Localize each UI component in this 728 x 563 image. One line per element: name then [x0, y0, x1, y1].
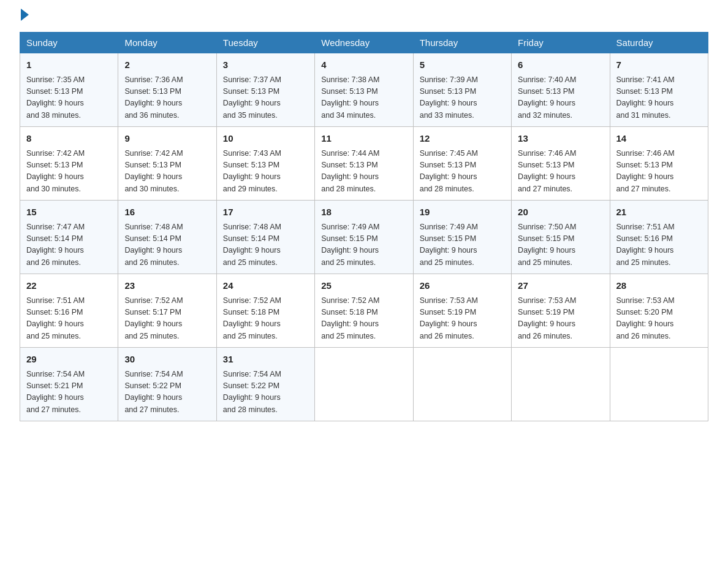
day-number: 31 — [223, 353, 308, 367]
day-number: 13 — [518, 132, 603, 146]
day-number: 24 — [223, 279, 308, 293]
col-header-wednesday: Wednesday — [315, 33, 413, 53]
col-header-monday: Monday — [118, 33, 216, 53]
col-header-friday: Friday — [512, 33, 610, 53]
day-cell: 21Sunrise: 7:51 AMSunset: 5:16 PMDayligh… — [610, 201, 708, 274]
day-cell: 31Sunrise: 7:54 AMSunset: 5:22 PMDayligh… — [216, 348, 314, 421]
day-cell: 13Sunrise: 7:46 AMSunset: 5:13 PMDayligh… — [512, 127, 610, 201]
day-number: 19 — [420, 205, 505, 220]
day-cell: 24Sunrise: 7:52 AMSunset: 5:18 PMDayligh… — [216, 274, 314, 348]
day-info: Sunrise: 7:36 AMSunset: 5:13 PMDaylight:… — [124, 74, 210, 122]
day-info: Sunrise: 7:50 AMSunset: 5:15 PMDaylight:… — [518, 221, 603, 269]
day-cell: 30Sunrise: 7:54 AMSunset: 5:22 PMDayligh… — [118, 348, 216, 421]
day-cell — [610, 348, 708, 421]
day-number: 6 — [518, 58, 603, 72]
day-info: Sunrise: 7:54 AMSunset: 5:22 PMDaylight:… — [124, 369, 210, 416]
day-number: 27 — [518, 279, 603, 293]
day-cell: 1Sunrise: 7:35 AMSunset: 5:13 PMDaylight… — [20, 53, 118, 127]
day-info: Sunrise: 7:44 AMSunset: 5:13 PMDaylight:… — [321, 148, 406, 196]
col-header-sunday: Sunday — [20, 33, 118, 53]
day-number: 21 — [616, 205, 702, 220]
day-number: 11 — [321, 132, 406, 146]
day-info: Sunrise: 7:53 AMSunset: 5:19 PMDaylight:… — [420, 295, 505, 343]
day-info: Sunrise: 7:35 AMSunset: 5:13 PMDaylight:… — [26, 74, 112, 122]
day-cell: 8Sunrise: 7:42 AMSunset: 5:13 PMDaylight… — [20, 127, 118, 201]
calendar-table: SundayMondayTuesdayWednesdayThursdayFrid… — [20, 32, 708, 421]
day-cell: 29Sunrise: 7:54 AMSunset: 5:21 PMDayligh… — [20, 348, 118, 421]
day-cell: 2Sunrise: 7:36 AMSunset: 5:13 PMDaylight… — [118, 53, 216, 127]
day-number: 2 — [124, 58, 210, 72]
day-info: Sunrise: 7:40 AMSunset: 5:13 PMDaylight:… — [518, 74, 603, 122]
day-number: 14 — [616, 132, 702, 146]
day-number: 5 — [420, 58, 505, 72]
day-info: Sunrise: 7:54 AMSunset: 5:21 PMDaylight:… — [26, 369, 112, 416]
day-number: 28 — [616, 279, 702, 293]
day-info: Sunrise: 7:48 AMSunset: 5:14 PMDaylight:… — [223, 221, 308, 269]
day-cell: 11Sunrise: 7:44 AMSunset: 5:13 PMDayligh… — [315, 127, 413, 201]
day-number: 7 — [616, 58, 702, 72]
day-info: Sunrise: 7:42 AMSunset: 5:13 PMDaylight:… — [124, 148, 210, 196]
day-info: Sunrise: 7:46 AMSunset: 5:13 PMDaylight:… — [616, 148, 702, 196]
day-cell: 22Sunrise: 7:51 AMSunset: 5:16 PMDayligh… — [20, 274, 118, 348]
day-number: 12 — [420, 132, 505, 146]
day-cell: 25Sunrise: 7:52 AMSunset: 5:18 PMDayligh… — [315, 274, 413, 348]
col-header-saturday: Saturday — [610, 33, 708, 53]
day-cell — [315, 348, 413, 421]
day-cell: 9Sunrise: 7:42 AMSunset: 5:13 PMDaylight… — [118, 127, 216, 201]
day-cell — [512, 348, 610, 421]
day-cell: 18Sunrise: 7:49 AMSunset: 5:15 PMDayligh… — [315, 201, 413, 274]
day-info: Sunrise: 7:41 AMSunset: 5:13 PMDaylight:… — [616, 74, 702, 122]
day-info: Sunrise: 7:38 AMSunset: 5:13 PMDaylight:… — [321, 74, 406, 122]
day-number: 15 — [26, 205, 112, 220]
day-info: Sunrise: 7:48 AMSunset: 5:14 PMDaylight:… — [124, 221, 210, 269]
header — [20, 15, 708, 21]
week-row-5: 29Sunrise: 7:54 AMSunset: 5:21 PMDayligh… — [20, 348, 708, 421]
logo-line1 — [20, 15, 29, 21]
day-info: Sunrise: 7:51 AMSunset: 5:16 PMDaylight:… — [616, 221, 702, 269]
day-cell: 4Sunrise: 7:38 AMSunset: 5:13 PMDaylight… — [315, 53, 413, 127]
day-info: Sunrise: 7:52 AMSunset: 5:18 PMDaylight:… — [321, 295, 406, 343]
day-info: Sunrise: 7:45 AMSunset: 5:13 PMDaylight:… — [420, 148, 505, 196]
day-info: Sunrise: 7:49 AMSunset: 5:15 PMDaylight:… — [321, 221, 406, 269]
day-info: Sunrise: 7:54 AMSunset: 5:22 PMDaylight:… — [223, 369, 308, 416]
day-info: Sunrise: 7:53 AMSunset: 5:20 PMDaylight:… — [616, 295, 702, 343]
week-row-4: 22Sunrise: 7:51 AMSunset: 5:16 PMDayligh… — [20, 274, 708, 348]
day-cell: 15Sunrise: 7:47 AMSunset: 5:14 PMDayligh… — [20, 201, 118, 274]
day-cell: 7Sunrise: 7:41 AMSunset: 5:13 PMDaylight… — [610, 53, 708, 127]
day-cell: 19Sunrise: 7:49 AMSunset: 5:15 PMDayligh… — [413, 201, 511, 274]
week-row-2: 8Sunrise: 7:42 AMSunset: 5:13 PMDaylight… — [20, 127, 708, 201]
logo — [20, 15, 29, 21]
day-cell: 23Sunrise: 7:52 AMSunset: 5:17 PMDayligh… — [118, 274, 216, 348]
day-cell: 6Sunrise: 7:40 AMSunset: 5:13 PMDaylight… — [512, 53, 610, 127]
day-number: 17 — [223, 205, 308, 220]
day-number: 22 — [26, 279, 112, 293]
day-cell: 14Sunrise: 7:46 AMSunset: 5:13 PMDayligh… — [610, 127, 708, 201]
day-cell: 16Sunrise: 7:48 AMSunset: 5:14 PMDayligh… — [118, 201, 216, 274]
day-number: 20 — [518, 205, 603, 220]
day-cell: 5Sunrise: 7:39 AMSunset: 5:13 PMDaylight… — [413, 53, 511, 127]
day-number: 26 — [420, 279, 505, 293]
day-number: 23 — [124, 279, 210, 293]
day-number: 30 — [124, 353, 210, 367]
day-info: Sunrise: 7:37 AMSunset: 5:13 PMDaylight:… — [223, 74, 308, 122]
day-cell: 28Sunrise: 7:53 AMSunset: 5:20 PMDayligh… — [610, 274, 708, 348]
col-header-tuesday: Tuesday — [216, 33, 314, 53]
day-info: Sunrise: 7:39 AMSunset: 5:13 PMDaylight:… — [420, 74, 505, 122]
day-number: 29 — [26, 353, 112, 367]
day-cell: 27Sunrise: 7:53 AMSunset: 5:19 PMDayligh… — [512, 274, 610, 348]
day-cell: 17Sunrise: 7:48 AMSunset: 5:14 PMDayligh… — [216, 201, 314, 274]
day-number: 4 — [321, 58, 406, 72]
day-cell: 12Sunrise: 7:45 AMSunset: 5:13 PMDayligh… — [413, 127, 511, 201]
day-info: Sunrise: 7:53 AMSunset: 5:19 PMDaylight:… — [518, 295, 603, 343]
day-info: Sunrise: 7:47 AMSunset: 5:14 PMDaylight:… — [26, 221, 112, 269]
day-number: 9 — [124, 132, 210, 146]
logo-triangle-icon — [21, 9, 29, 21]
day-info: Sunrise: 7:52 AMSunset: 5:18 PMDaylight:… — [223, 295, 308, 343]
day-info: Sunrise: 7:42 AMSunset: 5:13 PMDaylight:… — [26, 148, 112, 196]
day-cell — [413, 348, 511, 421]
week-row-3: 15Sunrise: 7:47 AMSunset: 5:14 PMDayligh… — [20, 201, 708, 274]
day-number: 10 — [223, 132, 308, 146]
day-number: 18 — [321, 205, 406, 220]
day-info: Sunrise: 7:46 AMSunset: 5:13 PMDaylight:… — [518, 148, 603, 196]
week-row-1: 1Sunrise: 7:35 AMSunset: 5:13 PMDaylight… — [20, 53, 708, 127]
